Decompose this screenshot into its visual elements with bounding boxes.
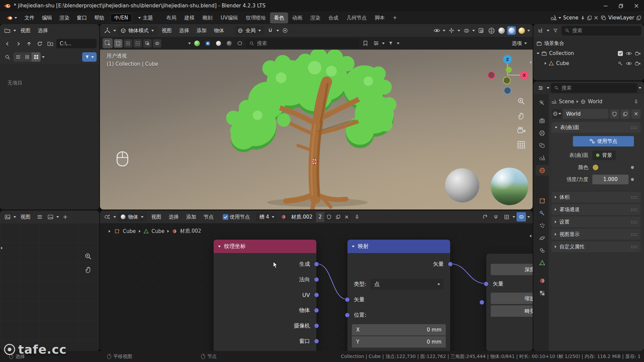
chevron-down-icon[interactable]	[458, 30, 460, 32]
region-expand-icon[interactable]	[1, 245, 3, 251]
use-nodes-checkbox[interactable]	[223, 214, 228, 220]
chevron-down-icon[interactable]	[472, 30, 475, 32]
breadcrumb-scene[interactable]: Scene	[559, 99, 574, 105]
keyframe-dot[interactable]	[631, 166, 634, 169]
shader-menu-node[interactable]: 节点	[201, 213, 217, 221]
chevron-down-icon[interactable]	[639, 87, 641, 89]
socket-object[interactable]	[314, 308, 319, 313]
slot-display-blue-icon[interactable]	[203, 39, 212, 48]
chevron-down-icon[interactable]	[397, 43, 399, 44]
collapse-node-icon[interactable]	[352, 246, 355, 247]
expand-icon[interactable]	[537, 53, 539, 54]
filter-funnel-icon[interactable]	[386, 39, 395, 48]
distortion-field[interactable]: 畸变	[491, 305, 533, 317]
tab-object[interactable]	[535, 195, 549, 206]
workspace-tab-sculpt[interactable]: 雕刻	[199, 12, 217, 23]
socket-vector-out[interactable]	[448, 262, 453, 267]
disable-render-camera-icon[interactable]	[635, 61, 641, 66]
region-collapse-icon[interactable]	[530, 59, 531, 65]
location-x-field[interactable]: X0 mm	[352, 324, 446, 336]
workspace-tab-texturepaint[interactable]: 纹理喷绘	[242, 12, 270, 23]
path-field[interactable]: C:\...	[56, 39, 97, 48]
material-browse-icon[interactable]	[279, 212, 288, 222]
back-button[interactable]	[3, 39, 12, 48]
transform-orientation-dropdown[interactable]: 全局	[234, 26, 264, 36]
tool-search-field[interactable]: 搜索	[246, 39, 359, 48]
chevron-down-icon[interactable]	[513, 216, 515, 218]
tab-render[interactable]	[535, 115, 549, 126]
workspace-tab-modeling[interactable]: 建模	[180, 12, 199, 23]
refresh-button[interactable]	[35, 39, 44, 48]
workspace-tab-rendering[interactable]: 渲染	[306, 12, 324, 23]
slot-sphere-light-icon[interactable]	[214, 39, 223, 48]
expand-icon[interactable]	[545, 62, 546, 65]
select-mode-invert-button[interactable]	[143, 39, 152, 48]
viewport-menu-select[interactable]: 选择	[176, 26, 192, 35]
pin-id-button[interactable]	[631, 97, 641, 106]
up-directory-button[interactable]	[24, 39, 34, 48]
slot-cube-icon[interactable]	[235, 39, 245, 48]
workspace-tab-scripting[interactable]: 脚本	[371, 12, 389, 23]
scale-field[interactable]: 缩放	[491, 293, 533, 304]
grid-toggle-icon[interactable]	[517, 141, 525, 149]
language-toggle-button[interactable]: 中/EN	[110, 13, 132, 22]
socket-uv[interactable]	[314, 293, 319, 298]
breadcrumb-object[interactable]: Cube	[123, 228, 136, 234]
chevron-down-icon[interactable]	[443, 30, 445, 32]
editor-type-button[interactable]	[536, 26, 545, 35]
socket-generated[interactable]	[314, 262, 319, 267]
display-list-vertical-button[interactable]	[13, 52, 22, 62]
socket-location[interactable]	[345, 313, 350, 318]
region-expand-icon[interactable]	[109, 230, 110, 233]
chevron-down-icon[interactable]	[56, 216, 59, 218]
panel-grip[interactable]	[631, 126, 637, 129]
shading-rendered-button[interactable]	[517, 26, 526, 35]
filebrowser-menu-select[interactable]: 选择	[35, 26, 51, 35]
select-mode-set-button[interactable]	[114, 39, 122, 48]
tab-modifiers[interactable]	[535, 208, 549, 219]
navigation-gizmo[interactable]: Z X	[486, 54, 533, 96]
tab-output[interactable]	[535, 128, 549, 138]
image-browse-icon[interactable]	[46, 212, 55, 222]
workspace-tab-animation[interactable]: 动画	[288, 12, 306, 23]
image-editor-canvas[interactable]	[0, 223, 99, 351]
file-browser-content[interactable]: 无项目	[0, 64, 99, 209]
shader-menu-select[interactable]: 选择	[166, 213, 182, 221]
node-header[interactable]: 纹理坐标	[214, 240, 316, 253]
maximize-button[interactable]	[613, 0, 629, 11]
select-mode-subtract-button[interactable]	[133, 39, 142, 48]
snap-magnet-button[interactable]	[491, 212, 500, 222]
node-texture-coordinate[interactable]: 纹理坐标 生成 法向 UV 物体 摄像机 窗口	[213, 239, 317, 351]
viewport-menu-view[interactable]: 视图	[159, 26, 175, 35]
filebrowser-menu-view[interactable]: 视图	[17, 26, 34, 35]
tab-physics[interactable]	[535, 233, 549, 243]
region-collapse-icon[interactable]	[530, 233, 531, 239]
slot-sphere-dark-icon[interactable]	[224, 39, 234, 48]
filter-toggle-button[interactable]	[82, 52, 97, 62]
node-partial-texture[interactable]: 深度 矢量 缩放 畸变	[486, 253, 533, 351]
chevron-down-icon[interactable]	[527, 216, 530, 218]
node-header[interactable]: 映射	[347, 240, 450, 253]
pan-hand-icon[interactable]	[85, 266, 92, 274]
zoom-icon[interactable]	[85, 253, 92, 260]
unlink-scene-icon[interactable]	[594, 16, 598, 20]
tab-material[interactable]	[535, 275, 549, 286]
gizmos-button[interactable]	[447, 26, 456, 35]
new-world-button[interactable]	[621, 109, 630, 119]
outliner-row-scene-collection[interactable]: 场景集合	[533, 38, 644, 48]
display-thumbnails-button[interactable]	[32, 52, 41, 62]
socket-vector-in[interactable]	[484, 282, 489, 287]
overlays-button[interactable]	[462, 26, 471, 35]
tab-viewlayer[interactable]	[535, 140, 549, 151]
socket-normal[interactable]	[314, 277, 319, 282]
editor-type-button[interactable]	[3, 212, 12, 222]
viewport-menu-object[interactable]: 物体	[211, 26, 227, 35]
editor-type-button[interactable]	[103, 26, 112, 35]
search-button[interactable]	[3, 52, 12, 62]
location-y-field[interactable]: Y0 mm	[352, 336, 446, 348]
panel-mist[interactable]: 雾场通道	[551, 204, 641, 215]
menu-edit[interactable]: 编辑	[39, 13, 55, 22]
shader-menu-add[interactable]: 添加	[183, 213, 199, 221]
editor-type-button[interactable]	[3, 26, 12, 35]
menu-file[interactable]: 文件	[21, 13, 38, 22]
